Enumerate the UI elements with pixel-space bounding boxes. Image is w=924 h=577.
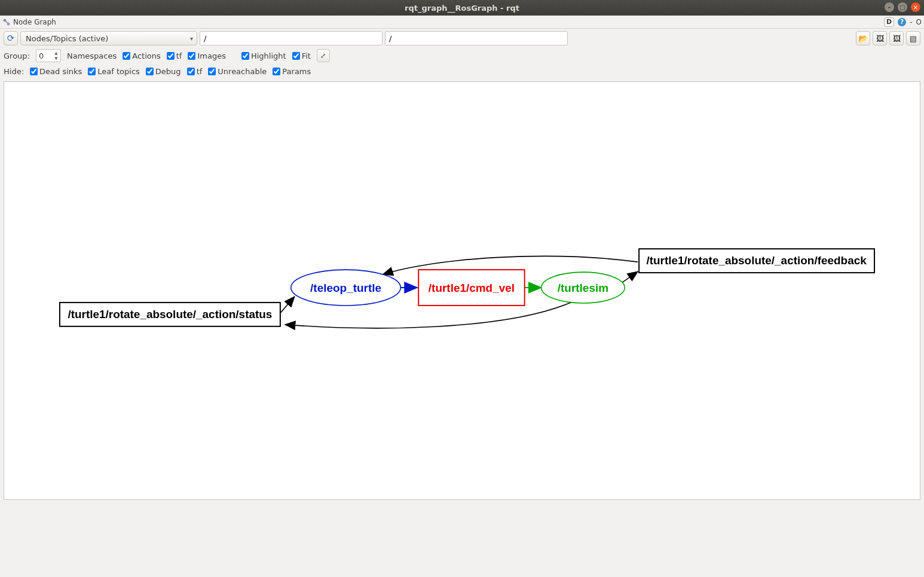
node-status[interactable]: /turtle1/rotate_absolute/_action/status (60, 303, 280, 326)
close-button[interactable]: ✕ (911, 2, 920, 12)
node-feedback[interactable]: /turtle1/rotate_absolute/_action/feedbac… (639, 249, 874, 273)
panel-header: Node Graph D ? - O (0, 16, 924, 29)
tf-checkbox[interactable]: tf (167, 51, 182, 60)
filter-mode-value: Nodes/Topics (active) (26, 34, 108, 43)
d-button[interactable]: D (884, 17, 894, 27)
primary-toolbar: ⟳ Nodes/Topics (active) 📂 🖼 🖼 ▧ (0, 29, 924, 48)
svg-text:/turtle1/cmd_vel: /turtle1/cmd_vel (429, 282, 515, 294)
refresh-button[interactable]: ⟳ (4, 31, 18, 45)
window-titlebar: rqt_graph__RosGraph - rqt – □ ✕ (0, 0, 924, 16)
actions-checkbox[interactable]: Actions (123, 51, 161, 60)
window-title: rqt_graph__RosGraph - rqt (405, 4, 519, 13)
fit-icon: ⤢ (320, 52, 326, 60)
namespaces-label: Namespaces (67, 51, 117, 60)
dash-label: - (910, 18, 912, 26)
tf-hide-checkbox[interactable]: tf (187, 67, 203, 76)
open-button[interactable]: 📂 (856, 31, 870, 45)
leaf-topics-checkbox[interactable]: Leaf topics (88, 67, 140, 76)
group-label: Group: (4, 51, 30, 60)
refresh-icon: ⟳ (7, 33, 15, 44)
graph-canvas[interactable]: /turtle1/rotate_absolute/_action/status … (4, 81, 920, 500)
svg-text:/turtle1/rotate_absolute/_acti: /turtle1/rotate_absolute/_action/status (68, 308, 272, 320)
node-cmd-vel[interactable]: /turtle1/cmd_vel (418, 270, 524, 306)
image-icon: 🖼 (876, 34, 884, 43)
hide-row: Hide: Dead sinks Leaf topics Debug tf Un… (0, 63, 924, 79)
filter-mode-select[interactable]: Nodes/Topics (active) (20, 31, 197, 45)
svg-line-2 (6, 21, 8, 23)
save-image-button[interactable]: 🖼 (873, 31, 887, 45)
monitor-icon: ▧ (910, 34, 917, 43)
svg-text:/teleop_turtle: /teleop_turtle (310, 282, 381, 294)
panel-title: Node Graph (13, 18, 56, 26)
unreachable-checkbox[interactable]: Unreachable (208, 67, 267, 76)
settings-button[interactable]: ▧ (906, 31, 920, 45)
debug-checkbox[interactable]: Debug (146, 67, 181, 76)
edge-status-teleop (279, 297, 295, 315)
node-turtlesim[interactable]: /turtlesim (541, 272, 625, 303)
images-checkbox[interactable]: Images (188, 51, 226, 60)
group-row: Group: 0 ▲▼ Namespaces Actions tf Images… (0, 48, 924, 63)
save-dot-button[interactable]: 🖼 (889, 31, 904, 45)
graph-svg: /turtle1/rotate_absolute/_action/status … (4, 82, 920, 499)
node-teleop[interactable]: /teleop_turtle (291, 270, 400, 306)
fit-view-button[interactable]: ⤢ (317, 49, 330, 62)
highlight-checkbox[interactable]: Highlight (241, 51, 286, 60)
hide-label: Hide: (4, 67, 24, 76)
group-value: 0 (39, 51, 44, 60)
o-label[interactable]: O (916, 18, 922, 26)
group-spinner[interactable]: 0 ▲▼ (36, 49, 61, 62)
svg-text:/turtlesim: /turtlesim (558, 282, 608, 294)
dead-sinks-checkbox[interactable]: Dead sinks (30, 67, 82, 76)
panel-icon (2, 18, 11, 26)
help-icon[interactable]: ? (898, 18, 906, 26)
params-checkbox[interactable]: Params (273, 67, 311, 76)
svg-text:/turtle1/rotate_absolute/_acti: /turtle1/rotate_absolute/_action/feedbac… (646, 254, 867, 267)
topic-filter-input[interactable] (385, 31, 568, 45)
fit-checkbox[interactable]: Fit (292, 51, 311, 60)
node-filter-input[interactable] (200, 31, 383, 45)
picture-icon: 🖼 (893, 34, 901, 43)
minimize-button[interactable]: – (885, 2, 894, 12)
folder-icon: 📂 (858, 34, 868, 43)
maximize-button[interactable]: □ (898, 2, 907, 12)
